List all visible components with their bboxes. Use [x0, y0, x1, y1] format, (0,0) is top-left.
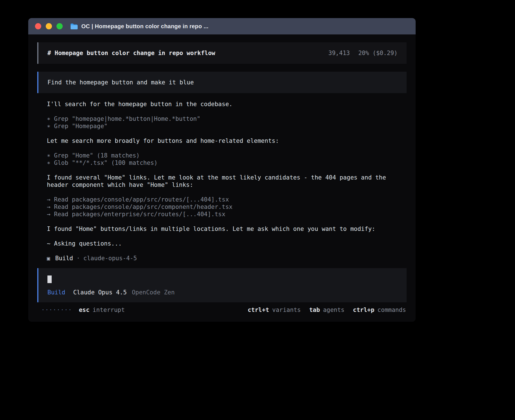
session-header: # Homepage button color change in repo w… — [37, 42, 407, 64]
tool-call-grep: ∗ Grep "Home" (18 matches) — [47, 152, 407, 159]
text-cursor — [47, 275, 52, 283]
shortcut-label: commands — [377, 306, 406, 314]
conversation: I'll search for the homepage button in t… — [47, 100, 407, 262]
spinner-dots-icon: ········ — [41, 306, 72, 314]
assistant-text: Let me search more broadly for buttons a… — [47, 137, 407, 145]
window-title: OC | Homepage button color change in rep… — [81, 23, 208, 30]
shortcut-commands: ctrl+p commands — [353, 306, 406, 314]
tool-call-group: → Read packages/console/app/src/routes/[… — [47, 196, 407, 218]
traffic-lights — [33, 23, 63, 29]
prompt-input[interactable]: Build Claude Opus 4.5 OpenCode Zen — [37, 268, 407, 302]
shortcut-key: ctrl+t — [248, 306, 269, 314]
zoom-button[interactable] — [56, 23, 63, 29]
context-usage: 20% ($0.29) — [358, 49, 398, 57]
shortcut-label: variants — [272, 306, 301, 314]
assistant-text: I'll search for the homepage button in t… — [47, 100, 407, 108]
model-name: Claude Opus 4.5 — [73, 289, 127, 296]
model-provider: OpenCode Zen — [132, 289, 175, 296]
assistant-status-text: ~ Asking questions... — [47, 240, 407, 247]
tool-call-group: ∗ Grep "Home" (18 matches) ∗ Glob "**/*.… — [47, 152, 407, 167]
esc-key-label: interrupt — [93, 306, 125, 314]
session-title: # Homepage button color change in repo w… — [47, 49, 215, 57]
agent-separator: · — [77, 255, 80, 262]
agent-status-line: ▣ Build · claude-opus-4-5 — [47, 255, 407, 262]
agent-mode-label: Build — [47, 289, 65, 296]
terminal-content: # Homepage button color change in repo w… — [28, 34, 416, 314]
assistant-text: I found several "Home" links. Let me loo… — [47, 174, 407, 189]
tool-call-grep: ∗ Grep "homepage|home.*button|Home.*butt… — [47, 115, 407, 123]
token-count: 39,413 — [328, 49, 350, 57]
agent-model: claude-opus-4-5 — [83, 255, 137, 262]
status-left: ········ esc interrupt — [41, 306, 125, 314]
session-stats: 39,413 20% ($0.29) — [328, 49, 398, 57]
user-message: Find the homepage button and make it blu… — [37, 72, 407, 93]
tool-call-group: ∗ Grep "homepage|home.*button|Home.*butt… — [47, 115, 407, 130]
shortcut-label: agents — [323, 306, 344, 314]
shortcut-key: ctrl+p — [353, 306, 374, 314]
assistant-text: I found "Home" buttons/links in multiple… — [47, 225, 407, 233]
shortcut-agents: tab agents — [309, 306, 344, 314]
terminal-window: OC | Homepage button color change in rep… — [28, 18, 416, 322]
tool-call-read: → Read packages/console/app/src/routes/[… — [47, 196, 407, 203]
tool-call-read: → Read packages/console/app/src/componen… — [47, 203, 407, 211]
tool-call-grep: ∗ Grep "Homepage" — [47, 123, 407, 130]
shortcut-key: tab — [309, 306, 320, 314]
agent-name: Build — [55, 255, 73, 262]
agent-status-icon: ▣ — [47, 255, 50, 262]
tool-call-glob: ∗ Glob "**/*.tsx" (100 matches) — [47, 159, 407, 167]
window-titlebar[interactable]: OC | Homepage button color change in rep… — [28, 18, 416, 34]
shortcut-variants: ctrl+t variants — [248, 306, 301, 314]
tool-call-read: → Read packages/enterprise/src/routes/[.… — [47, 211, 407, 218]
model-info-row: Build Claude Opus 4.5 OpenCode Zen — [47, 289, 398, 296]
esc-key-hint: esc — [79, 306, 90, 314]
user-message-text: Find the homepage button and make it blu… — [47, 79, 194, 86]
minimize-button[interactable] — [46, 23, 52, 29]
folder-icon — [70, 23, 78, 29]
status-right: ctrl+t variants tab agents ctrl+p comman… — [248, 306, 406, 314]
status-bar: ········ esc interrupt ctrl+t variants t… — [37, 306, 407, 314]
close-button[interactable] — [35, 23, 41, 29]
